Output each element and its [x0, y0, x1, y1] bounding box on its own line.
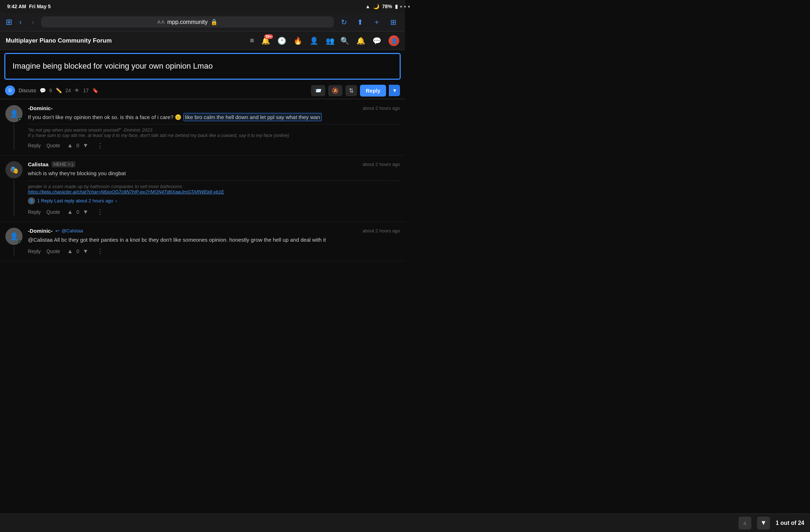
downvote-button[interactable]: ▼ [82, 247, 90, 255]
more-options-button[interactable]: ⋮ [95, 142, 105, 149]
downvote-button[interactable]: ▼ [82, 208, 90, 216]
comment-content: Calistaa HEHE >:) about 2 hours ago whic… [28, 161, 400, 216]
comment-text: If you don't like my opinion then ok so.… [28, 113, 400, 122]
avatar-image: 🎭 [10, 166, 19, 174]
comment-header: Calistaa HEHE >:) about 2 hours ago [28, 161, 400, 167]
forum-nav: Multiplayer Piano Community Forum ≡ 🔔 99… [0, 31, 405, 50]
quote-action-button[interactable]: Quote [46, 209, 60, 215]
share-button[interactable]: ⬆ [354, 16, 366, 28]
comment-text-content: @Calistaa All bc they got their panties … [28, 237, 326, 243]
thread-meta: D Discuss 💬 6 ✏️ 24 👁 17 🔖 📨 🔕 ⇅ Reply ▼ [0, 83, 405, 99]
thread-title: Imagine being blocked for voicing your o… [13, 61, 392, 72]
reply-action-button[interactable]: Reply [28, 143, 41, 148]
sort-button[interactable]: ⇅ [345, 85, 357, 96]
comment: 👤 -Dominic- about 2 hours ago If you don… [0, 99, 405, 156]
reply-dropdown-button[interactable]: ▼ [389, 85, 400, 96]
lock-icon: 🔒 [211, 19, 218, 25]
comment: 👤 -Dominic- ↩ @Calistaa about 2 hours ag… [0, 222, 405, 262]
reply-thread-chevron: › [115, 198, 117, 203]
reload-button[interactable]: ↻ [338, 16, 350, 28]
comment-author-info: -Dominic- [28, 105, 53, 111]
status-left: 9:42 AM Fri May 5 [7, 4, 51, 9]
recent-button[interactable]: 🕐 [277, 36, 286, 45]
notifications-button[interactable]: 🔔 99+ [261, 36, 270, 45]
search-button[interactable]: 🔍 [340, 36, 349, 45]
avatar: 👤 [5, 105, 23, 122]
battery-level: 78% [382, 4, 392, 9]
url-bar[interactable]: A A mpp.community 🔒 [41, 16, 334, 28]
url-text: mpp.community [167, 19, 208, 25]
alerts-button[interactable]: 🔔 [356, 36, 365, 45]
dots-indicator [400, 6, 405, 8]
thread-header: Imagine being blocked for voicing your o… [4, 53, 401, 80]
pencil-icon: ✏️ [56, 88, 62, 93]
more-options-button[interactable]: ⋮ [95, 208, 105, 216]
mute-button[interactable]: 🔕 [328, 85, 342, 96]
sidebar-toggle-button[interactable]: ⊞ [6, 18, 12, 27]
time: 9:42 AM [7, 4, 26, 9]
thread-stats: 💬 6 ✏️ 24 👁 17 🔖 [40, 88, 98, 93]
browser-bar: ⊞ ‹ › A A mpp.community 🔒 ↻ ⬆ ＋ ⊞ [0, 13, 405, 31]
chat-button[interactable]: 💬 [372, 36, 381, 45]
comment-username: -Dominic- [28, 228, 53, 234]
downvote-button[interactable]: ▼ [82, 142, 90, 149]
reply-to-user: @Calistaa [61, 228, 83, 233]
reply-thread[interactable]: 👤 1 Reply Last reply about 2 hours ago › [28, 197, 400, 205]
reply-action-button[interactable]: Reply [28, 248, 41, 254]
comment-text: which is why they're blocking you dingba… [28, 169, 400, 178]
vote-count: 0 [76, 248, 79, 254]
comment-actions: Reply Quote ▲ 0 ▼ ⋮ [28, 208, 400, 216]
reply-thread-label: 1 Reply Last reply about 2 hours ago [37, 198, 113, 203]
quote-action-button[interactable]: Quote [46, 248, 60, 254]
nav-icons: ≡ 🔔 99+ 🕐 🔥 👤 👥 [250, 36, 335, 45]
thread-line [14, 124, 14, 150]
back-button[interactable]: ‹ [16, 16, 25, 28]
comment-content: -Dominic- ↩ @Calistaa about 2 hours ago … [28, 228, 400, 256]
comment-text: @Calistaa All bc they got their panties … [28, 236, 400, 244]
thread-category: Discuss [19, 88, 36, 93]
moon-icon: 🌙 [373, 4, 379, 9]
comment-header: -Dominic- about 2 hours ago [28, 105, 400, 111]
new-tab-button[interactable]: ＋ [370, 16, 383, 28]
battery-icon: ▮ [395, 4, 398, 9]
comment-time: about 2 hours ago [362, 105, 400, 111]
signature-line-2: If u have sum to say abt me, at least sa… [28, 133, 400, 138]
thread-meta-left: D Discuss 💬 6 ✏️ 24 👁 17 🔖 [5, 85, 307, 95]
subscribe-button[interactable]: 📨 [311, 85, 325, 96]
popular-button[interactable]: 🔥 [293, 36, 302, 45]
upvote-button[interactable]: ▲ [66, 247, 74, 255]
thread-line [14, 246, 14, 256]
view-count: 17 [83, 88, 89, 93]
tabs-button[interactable]: ⊞ [387, 16, 399, 28]
reply-action-button[interactable]: Reply [28, 209, 41, 215]
signature-line-1: gender is a scam made up by bathroom com… [28, 184, 400, 189]
user-avatar[interactable]: 👤 [389, 35, 399, 46]
comment-signature: "its not gay when you wanna smash yourse… [28, 124, 400, 138]
forum-title: Multiplayer Piano Community Forum [6, 37, 244, 44]
more-options-button[interactable]: ⋮ [95, 247, 105, 255]
status-right: ▲ 🌙 78% ▮ [365, 4, 398, 9]
dot [400, 6, 402, 8]
comment-username: -Dominic- [28, 105, 53, 111]
notification-badge: 99+ [264, 34, 273, 39]
user-button[interactable]: 👤 [310, 36, 318, 45]
comment-signature: gender is a scam made up by bathroom com… [28, 181, 400, 194]
comment-time: about 2 hours ago [362, 228, 400, 233]
comment-tag: HEHE >:) [51, 161, 75, 167]
upvote-button[interactable]: ▲ [66, 142, 74, 149]
reply-count: 24 [65, 88, 71, 93]
groups-button[interactable]: 👥 [326, 36, 335, 45]
upvote-button[interactable]: ▲ [66, 208, 74, 216]
comment-link[interactable]: https://beta.character.ai/chat?char=N6xo… [28, 189, 400, 194]
reply-button[interactable]: Reply [360, 85, 386, 97]
vote-count: 0 [76, 209, 79, 215]
quote-action-button[interactable]: Quote [46, 143, 60, 148]
comments-section: 👤 -Dominic- about 2 hours ago If you don… [0, 99, 405, 262]
reply-thread-avatar: 👤 [28, 197, 35, 205]
vote-count: 0 [76, 143, 79, 148]
comment-avatar-col: 👤 [5, 105, 23, 150]
menu-icon[interactable]: ≡ [250, 36, 254, 45]
comment-actions: Reply Quote ▲ 0 ▼ ⋮ [28, 142, 400, 149]
forward-button[interactable]: › [29, 16, 37, 28]
comment: 🎭 Calistaa HEHE >:) about 2 hours ago wh… [0, 156, 405, 222]
